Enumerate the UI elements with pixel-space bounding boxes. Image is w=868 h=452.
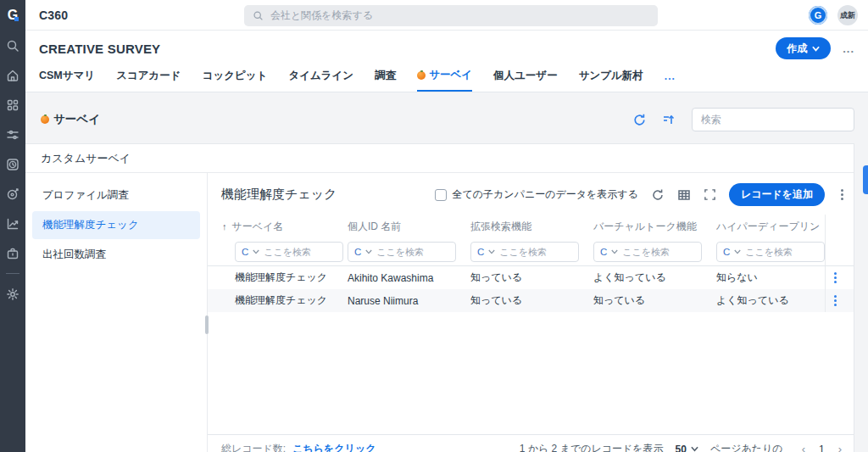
per-page-label: ページあたりの <box>710 442 783 452</box>
list-item-profile-survey[interactable]: プロファイル調査 <box>32 181 200 209</box>
grid-view-icon[interactable] <box>677 188 691 202</box>
table-filter-row: Cここを検索 Cここを検索 Cここを検索 Cここを検索 Cここを検索 <box>208 238 854 265</box>
survey-search-input[interactable] <box>692 108 854 131</box>
target-icon <box>6 187 19 201</box>
show-child-companies-checkbox[interactable]: 全ての子カンパニーのデータを表示する <box>435 187 638 202</box>
refresh-icon[interactable] <box>632 113 647 127</box>
filter-input-hyper-deeplink[interactable]: Cここを検索 <box>716 242 825 262</box>
column-header-extended-search[interactable]: 拡張検索機能 <box>470 220 593 234</box>
clock-icon <box>6 158 19 171</box>
current-page: 1 <box>819 444 825 452</box>
row-actions-kebab-icon[interactable] <box>831 293 840 308</box>
add-record-button[interactable]: レコードを追加 <box>729 183 825 206</box>
dashboard-icon <box>6 98 19 112</box>
main-area: C360 会社と関係を検索する G 成新 CREATIVE SURVEY 作成 … <box>25 0 868 452</box>
page-size-select[interactable]: 50 <box>676 444 698 452</box>
nav-cockpit[interactable] <box>0 120 25 149</box>
home-icon <box>6 69 19 82</box>
table-row[interactable]: 機能理解度チェック Naruse Niimura 知っている 知っている よく知… <box>208 289 854 312</box>
column-header-hyper-deeplink[interactable]: ハイパーディープリン <box>716 220 825 234</box>
left-nav-rail: G <box>0 0 25 452</box>
table-body: 機能理解度チェック Akihito Kawashima 知っている よく知ってい… <box>208 265 854 312</box>
gear-icon <box>6 287 19 301</box>
sort-icon[interactable] <box>662 114 676 126</box>
side-panel-toggle[interactable] <box>863 165 868 194</box>
tab-person-user[interactable]: 個人ユーザー <box>493 69 558 91</box>
global-search-placeholder: 会社と関係を検索する <box>270 8 373 23</box>
filter-input-virtual-talk[interactable]: Cここを検索 <box>593 242 702 262</box>
panel-resize-handle[interactable] <box>205 315 209 334</box>
search-icon <box>6 39 19 53</box>
nav-work[interactable] <box>0 238 25 268</box>
filter-input-person-name[interactable]: Cここを検索 <box>348 242 456 262</box>
list-item-office-count[interactable]: 出社回数調査 <box>32 241 200 269</box>
chevron-down-icon <box>488 249 495 254</box>
chevron-down-icon <box>812 46 820 52</box>
tab-timeline[interactable]: タイムライン <box>288 69 353 91</box>
table-footer: 総レコード数: こちらをクリック 1 から 2 までのレコードを表示 50 ペー… <box>208 434 854 452</box>
nav-dashboard[interactable] <box>0 90 25 120</box>
rail-divider <box>6 273 19 274</box>
nav-settings[interactable] <box>0 279 25 309</box>
chevron-down-icon <box>365 249 372 254</box>
tab-scorecard[interactable]: スコアカード <box>116 69 181 91</box>
page-header: CREATIVE SURVEY 作成 ... CSMサマリ スコアカード コック… <box>25 31 868 92</box>
tabs-overflow-menu[interactable]: ... <box>665 70 676 90</box>
global-search-input[interactable]: 会社と関係を検索する <box>244 5 658 26</box>
sort-ascending-icon: ↑ <box>222 221 227 232</box>
section-header: サーベイ <box>25 92 868 143</box>
nav-success-plans[interactable] <box>0 179 25 209</box>
tab-sample-niimura[interactable]: サンプル新村 <box>579 69 643 91</box>
filter-actions-cell <box>825 238 854 265</box>
column-header-person-name[interactable]: 個人ID 名前 <box>348 220 470 234</box>
chevron-down-icon <box>734 249 741 254</box>
chevron-down-icon <box>691 446 698 452</box>
orange-survey-icon <box>41 115 49 124</box>
total-records-label: 総レコード数: <box>221 442 286 452</box>
global-search-nav-icon[interactable] <box>0 31 25 60</box>
filter-input-survey-name[interactable]: Cここを検索 <box>235 242 343 262</box>
search-icon <box>253 10 264 21</box>
tab-cockpit[interactable]: コックピット <box>203 69 268 91</box>
table-options-kebab-icon[interactable] <box>837 187 847 202</box>
table-header-row: ↑サーベイ名 個人ID 名前 拡張検索機能 バーチャルトーク機能 ハイパーディー… <box>208 215 854 238</box>
prev-page-icon[interactable]: ‹ <box>802 443 805 452</box>
table-refresh-icon[interactable] <box>651 188 665 202</box>
avatar[interactable]: 成新 <box>837 5 858 25</box>
card-title: カスタムサーベイ <box>25 144 854 173</box>
chevron-down-icon <box>611 249 618 254</box>
row-actions-kebab-icon[interactable] <box>831 271 840 285</box>
column-header-survey-name[interactable]: ↑サーベイ名 <box>222 220 348 234</box>
gainsight-badge[interactable]: G <box>809 6 827 25</box>
pagination: ‹ 1 › <box>802 443 842 452</box>
nav-home[interactable] <box>0 60 25 90</box>
custom-survey-card: カスタムサーベイ プロファイル調査 機能理解度チェック 出社回数調査 機能理解度… <box>25 143 854 452</box>
header-more-menu[interactable]: ... <box>843 42 854 55</box>
gainsight-logo[interactable]: G <box>0 0 25 31</box>
nav-reports[interactable] <box>0 209 25 238</box>
chevron-down-icon <box>253 249 259 254</box>
tab-chousa[interactable]: 調査 <box>375 69 396 91</box>
survey-list-panel: プロファイル調査 機能理解度チェック 出社回数調査 <box>25 173 208 452</box>
record-range-text: 1 から 2 までのレコードを表示 <box>520 442 664 452</box>
expand-icon[interactable] <box>704 188 716 201</box>
survey-table-panel: 機能理解度チェック 全ての子カンパニーのデータを表示する レコードを追加 <box>208 173 854 452</box>
table-row[interactable]: 機能理解度チェック Akihito Kawashima 知っている よく知ってい… <box>208 266 854 289</box>
column-header-virtual-talk[interactable]: バーチャルトーク機能 <box>593 220 716 234</box>
section-title: サーベイ <box>41 112 100 127</box>
nav-timeline[interactable] <box>0 149 25 179</box>
tab-bar: CSMサマリ スコアカード コックピット タイムライン 調査 サーベイ 個人ユー… <box>25 59 868 92</box>
tab-survey[interactable]: サーベイ <box>417 68 472 92</box>
total-records-link[interactable]: こちらをクリック <box>292 442 376 452</box>
tab-csm-summary[interactable]: CSMサマリ <box>39 69 95 91</box>
sliders-icon <box>6 128 19 142</box>
topbar: C360 会社と関係を検索する G 成新 <box>25 0 868 31</box>
create-button[interactable]: 作成 <box>776 37 831 59</box>
checkbox-icon <box>435 189 447 201</box>
filter-input-extended-search[interactable]: Cここを検索 <box>470 242 579 262</box>
list-item-feature-check[interactable]: 機能理解度チェック <box>32 211 200 239</box>
line-chart-icon <box>6 217 19 231</box>
page-title: C360 <box>39 8 68 22</box>
next-page-icon[interactable]: › <box>838 443 842 452</box>
header-actions-cell <box>825 215 854 238</box>
